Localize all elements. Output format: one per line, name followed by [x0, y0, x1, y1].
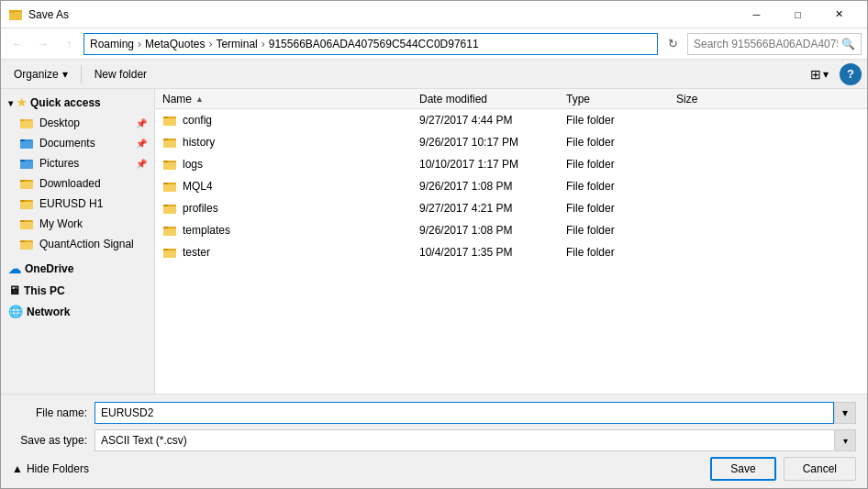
sidebar-item-quantaction[interactable]: QuantAction Signal [1, 234, 154, 254]
table-row[interactable]: history 9/26/2017 10:17 PM File folder [155, 131, 867, 153]
save-as-dialog: Save As ─ □ ✕ ← → ↑ Roaming › MetaQuotes… [0, 0, 868, 489]
filename-input[interactable] [95, 402, 834, 424]
sidebar-desktop-label: Desktop [39, 117, 80, 129]
help-button[interactable]: ? [840, 63, 862, 85]
breadcrumb-roaming: Roaming [90, 38, 134, 50]
file-date-cell: 10/4/2017 1:35 PM [419, 246, 566, 259]
svg-rect-31 [163, 162, 176, 170]
network-label: Network [27, 306, 70, 318]
sidebar-item-desktop[interactable]: Desktop 📌 [1, 113, 154, 133]
organize-label: Organize [14, 68, 59, 81]
organize-button[interactable]: Organize ▾ [6, 63, 75, 85]
savetype-select[interactable]: ASCII Text (*.csv) [95, 429, 856, 451]
svg-rect-20 [20, 220, 25, 222]
close-button[interactable]: ✕ [818, 1, 860, 28]
onedrive-icon: ☁ [8, 261, 21, 276]
sidebar-item-eurusd[interactable]: EURUSD H1 [1, 194, 154, 214]
svg-rect-2 [9, 10, 15, 13]
sidebar-item-downloaded[interactable]: Downloaded [1, 173, 154, 194]
file-type-cell: File folder [566, 224, 676, 237]
table-row[interactable]: templates 9/26/2017 1:08 PM File folder [155, 219, 867, 241]
file-name-cell: profiles [162, 201, 419, 216]
toolbar-separator [81, 65, 82, 83]
svg-rect-8 [20, 139, 25, 141]
svg-rect-19 [20, 222, 33, 229]
file-list-header: Name ▲ Date modified Type Size [155, 89, 867, 109]
pin-icon-pictures: 📌 [136, 159, 147, 169]
folder-icon-row [162, 113, 177, 128]
sidebar-item-documents[interactable]: Documents 📌 [1, 133, 154, 153]
thispc-label: This PC [24, 284, 65, 297]
file-type-cell: File folder [566, 202, 676, 215]
sidebar-item-pictures[interactable]: Pictures 📌 [1, 153, 154, 173]
cancel-button[interactable]: Cancel [784, 457, 856, 481]
new-folder-label: New folder [95, 68, 147, 81]
thispc-header[interactable]: 🖥 This PC [1, 280, 154, 301]
table-row[interactable]: MQL4 9/26/2017 1:08 PM File folder [155, 175, 867, 197]
filename-label: File name: [12, 406, 95, 419]
new-folder-button[interactable]: New folder [87, 63, 154, 85]
svg-rect-41 [163, 227, 168, 228]
refresh-button[interactable]: ↻ [662, 33, 684, 55]
file-name-cell: tester [162, 245, 419, 260]
network-icon: 🌐 [8, 305, 23, 318]
maximize-button[interactable]: □ [777, 1, 818, 28]
breadcrumb-metaquotes: MetaQuotes [145, 38, 205, 50]
svg-rect-17 [20, 200, 25, 202]
file-type-cell: File folder [566, 136, 676, 149]
col-header-name[interactable]: Name ▲ [162, 93, 419, 106]
bottom-area: File name: ▾ Save as type: ASCII Text (*… [1, 394, 867, 488]
file-name-cell: templates [162, 223, 419, 238]
hide-folders-button[interactable]: ▲ Hide Folders [12, 462, 89, 475]
quick-access-header[interactable]: ▾ ★ Quick access [1, 93, 154, 113]
table-row[interactable]: config 9/27/2017 4:44 PM File folder [155, 109, 867, 131]
col-header-type[interactable]: Type [566, 93, 676, 106]
thispc-icon: 🖥 [8, 283, 20, 297]
save-button[interactable]: Save [710, 457, 775, 481]
file-date-cell: 9/26/2017 1:08 PM [419, 180, 566, 193]
filename-row: File name: ▾ [12, 402, 856, 424]
window-controls: ─ □ ✕ [736, 1, 860, 28]
hide-folders-label: Hide Folders [27, 462, 89, 475]
svg-rect-10 [20, 161, 33, 169]
folder-icon-row [162, 201, 177, 216]
forward-button[interactable]: → [32, 33, 54, 55]
file-list: Name ▲ Date modified Type Size [155, 89, 867, 394]
svg-rect-5 [20, 119, 25, 121]
up-button[interactable]: ↑ [58, 33, 80, 55]
svg-rect-43 [163, 250, 176, 258]
onedrive-label: OneDrive [25, 262, 73, 275]
table-row[interactable]: tester 10/4/2017 1:35 PM File folder [155, 241, 867, 263]
svg-rect-14 [20, 180, 25, 182]
view-button[interactable]: ⊞ ▾ [805, 63, 834, 85]
organize-dropdown-icon: ▾ [62, 68, 68, 81]
svg-rect-16 [20, 202, 33, 209]
sort-arrow: ▲ [195, 94, 204, 104]
sidebar-item-mywork[interactable]: My Work [1, 214, 154, 234]
sidebar-quantaction-label: QuantAction Signal [39, 238, 134, 250]
search-input[interactable] [694, 38, 838, 50]
address-bar: ← → ↑ Roaming › MetaQuotes › Terminal › … [1, 28, 867, 60]
network-header[interactable]: 🌐 Network [1, 301, 154, 322]
svg-rect-44 [163, 249, 168, 250]
sidebar-mywork-label: My Work [39, 217, 83, 230]
folder-icon-row [162, 179, 177, 194]
svg-rect-4 [20, 121, 33, 128]
col-header-date[interactable]: Date modified [419, 93, 566, 106]
file-type-cell: File folder [566, 114, 676, 127]
quick-access-star-icon: ★ [17, 96, 27, 109]
file-date-cell: 10/10/2017 1:17 PM [419, 158, 566, 171]
minimize-button[interactable]: ─ [736, 1, 777, 28]
folder-icon-row [162, 223, 177, 238]
breadcrumb[interactable]: Roaming › MetaQuotes › Terminal › 915566… [83, 33, 658, 55]
table-row[interactable]: profiles 9/27/2017 4:21 PM File folder [155, 197, 867, 219]
filename-dropdown-icon[interactable]: ▾ [834, 402, 856, 424]
title-text: Save As [28, 8, 736, 21]
svg-rect-28 [163, 140, 176, 148]
onedrive-header[interactable]: ☁ OneDrive [1, 258, 154, 280]
savetype-wrapper: ASCII Text (*.csv) ▾ [95, 429, 856, 451]
table-row[interactable]: logs 10/10/2017 1:17 PM File folder [155, 153, 867, 175]
quick-access-arrow: ▾ [8, 98, 13, 108]
col-header-size[interactable]: Size [676, 93, 750, 106]
back-button[interactable]: ← [6, 33, 28, 55]
